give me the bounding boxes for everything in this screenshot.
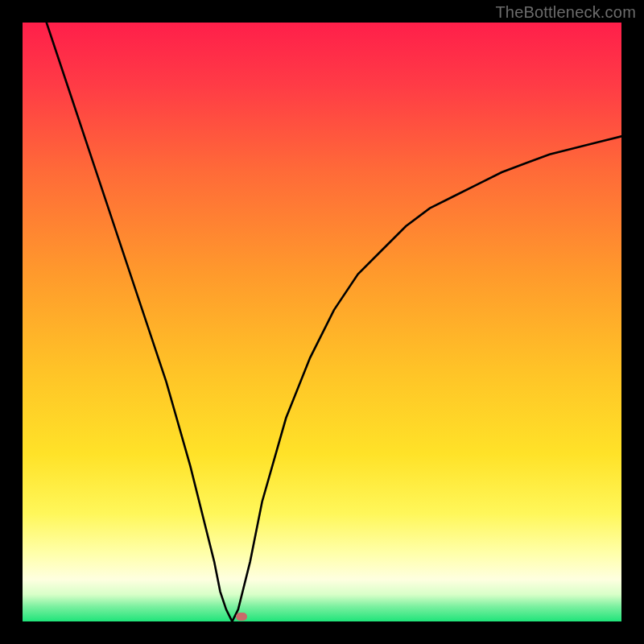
bottleneck-curve (23, 23, 621, 621)
chart-frame (23, 23, 621, 621)
minimum-marker (236, 613, 247, 621)
watermark-label: TheBottleneck.com (495, 3, 636, 22)
